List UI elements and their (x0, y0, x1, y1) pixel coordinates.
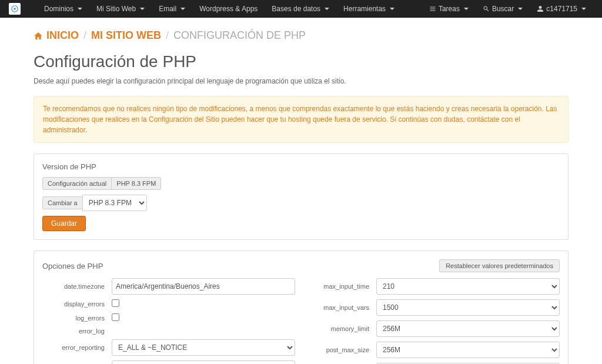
breadcrumb-home[interactable]: INICIO (34, 29, 79, 42)
user-icon (537, 5, 544, 12)
caret-icon (390, 8, 394, 10)
label-memory-limit: memory_limit (307, 325, 376, 332)
breadcrumb-current: CONFIGURACIÓN DE PHP (173, 29, 306, 42)
breadcrumb-sep: / (166, 29, 169, 42)
panel-php-version: Version de PHP Configuración actual PHP … (34, 153, 568, 240)
caret-icon (464, 8, 469, 10)
label-max-input-time: max_input_time (307, 283, 376, 290)
nav-wordpress-apps[interactable]: Wordpress & Apps (192, 1, 265, 17)
panel-title-version: Version de PHP (42, 162, 560, 171)
nav-dominios[interactable]: Dominios (37, 1, 89, 17)
caret-icon (518, 8, 523, 10)
select-post-max-size[interactable]: 256M (376, 342, 560, 358)
label-log-errors: log_errors (42, 315, 112, 322)
select-max-input-vars[interactable]: 1500 (376, 299, 560, 316)
select-php-version[interactable]: PHP 8.3 FPM (82, 195, 147, 211)
select-memory-limit[interactable]: 256M (376, 320, 560, 337)
page-title: Configuración de PHP (34, 52, 568, 71)
label-error-log: error_log (42, 328, 112, 335)
checkbox-log-errors[interactable] (112, 313, 119, 321)
badge-cambiar-a: Cambiar a (42, 196, 83, 209)
label-max-input-vars: max_input_vars (307, 304, 376, 311)
caret-icon (180, 8, 185, 10)
page-subtitle: Desde aquí puedes elegir la configuració… (34, 77, 568, 85)
breadcrumb: INICIO / MI SITIO WEB / CONFIGURACIÓN DE… (34, 29, 568, 42)
warning-alert: Te recomendamos que no realices ningún t… (34, 96, 568, 143)
search-icon (483, 5, 490, 12)
label-timezone: date.timezone (42, 283, 112, 290)
caret-icon (581, 8, 586, 10)
select-max-execution-time[interactable]: 300 (112, 360, 295, 364)
list-icon (429, 5, 436, 12)
label-post-max-size: post_max_size (307, 346, 376, 353)
nav-mi-sitio-web[interactable]: Mi Sitio Web (89, 1, 152, 17)
breadcrumb-sep: / (83, 29, 86, 42)
home-icon (34, 31, 43, 41)
svg-point-1 (14, 8, 16, 10)
top-navbar: Dominios Mi Sitio Web Email Wordpress & … (0, 0, 602, 18)
caret-icon (78, 8, 82, 10)
label-display-errors: display_errors (42, 300, 112, 308)
logo[interactable] (9, 3, 21, 15)
badge-config-actual: Configuración actual (42, 177, 112, 190)
nav-herramientas[interactable]: Herramientas (336, 1, 402, 17)
nav-email[interactable]: Email (152, 1, 192, 17)
checkbox-display-errors[interactable] (112, 299, 119, 307)
panel-php-options: Opciones de PHP Restablecer valores pred… (34, 251, 568, 364)
caret-icon (325, 8, 329, 10)
select-error-reporting[interactable]: E_ALL & ~E_NOTICE (112, 339, 295, 356)
caret-icon (140, 8, 145, 10)
nav-user[interactable]: c1471715 (530, 1, 593, 17)
reset-defaults-button[interactable]: Restablecer valores predeterminados (439, 259, 560, 272)
panel-title-options: Opciones de PHP (42, 262, 103, 271)
save-version-button[interactable]: Guardar (42, 216, 86, 231)
breadcrumb-site[interactable]: MI SITIO WEB (91, 29, 161, 42)
nav-tareas[interactable]: Tareas (422, 1, 476, 17)
nav-bases-de-datos[interactable]: Bases de datos (265, 1, 336, 17)
select-max-input-time[interactable]: 210 (376, 278, 560, 295)
input-timezone[interactable] (112, 278, 295, 295)
nav-buscar[interactable]: Buscar (476, 1, 530, 17)
badge-current-version: PHP 8.3 FPM (112, 177, 161, 190)
label-error-reporting: error_reporting (42, 344, 112, 351)
